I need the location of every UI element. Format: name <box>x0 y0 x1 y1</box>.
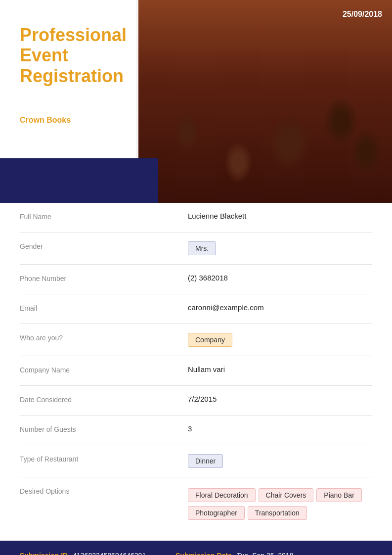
field-label: Desired Options <box>20 486 188 495</box>
form-row: Full NameLucienne Blackett <box>20 203 372 232</box>
form-row: Number of Guests3 <box>20 416 372 445</box>
header-date: 25/09/2018 <box>343 10 382 19</box>
submission-date-value: Tue, Sep 25, 2018 <box>237 552 294 555</box>
desired-options-wrap: Floral DecorationChair CoversPiano BarPh… <box>188 486 372 522</box>
company-name: Crown Books <box>20 116 126 125</box>
field-label: Date Considered <box>20 395 188 404</box>
field-value: 3 <box>188 424 372 433</box>
field-label: Email <box>20 303 188 312</box>
field-badge: Mrs. <box>188 241 216 255</box>
desired-option-tag: Photographer <box>188 506 245 520</box>
form-content: Full NameLucienne BlackettGenderMrs.Phon… <box>0 203 392 531</box>
field-value: Mrs. <box>188 241 372 255</box>
field-badge: Dinner <box>188 454 223 468</box>
form-row: Emailcaronni@example.com <box>20 294 372 324</box>
submission-id-label: Submission ID <box>20 552 68 555</box>
submission-date-section: Submission Date Tue, Sep 25, 2018 <box>175 552 293 555</box>
field-value: Company <box>188 333 372 347</box>
desired-option-tag: Transportation <box>248 506 307 520</box>
header-blue-block <box>0 158 158 203</box>
submission-id-section: Submission ID 4136832458504646391 <box>20 552 146 555</box>
field-label: Phone Number <box>20 274 188 282</box>
field-label: Type of Restaurant <box>20 454 188 463</box>
header-background-image <box>136 0 392 203</box>
field-value: Lucienne Blackett <box>188 212 372 220</box>
form-row: Who are you?Company <box>20 324 372 356</box>
field-label: Number of Guests <box>20 424 188 433</box>
field-value: Nullam vari <box>188 365 372 373</box>
desired-option-tag: Floral Decoration <box>188 488 256 502</box>
field-label: Company Name <box>20 365 188 374</box>
page-title: Professional Event Registration <box>20 25 126 86</box>
form-row: Desired OptionsFloral DecorationChair Co… <box>20 477 372 531</box>
field-badge: Company <box>188 333 232 347</box>
submission-date-label: Submission Date <box>175 552 232 555</box>
header: Professional Event Registration Crown Bo… <box>0 0 392 203</box>
desired-option-tag: Piano Bar <box>316 488 361 502</box>
form-row: Company NameNullam vari <box>20 356 372 386</box>
field-value: Dinner <box>188 454 372 468</box>
field-label: Gender <box>20 241 188 250</box>
form-row: Phone Number(2) 3682018 <box>20 265 372 294</box>
field-value: 7/2/2015 <box>188 395 372 403</box>
field-value: Floral DecorationChair CoversPiano BarPh… <box>188 486 372 522</box>
desired-option-tag: Chair Covers <box>259 488 314 502</box>
field-label: Who are you? <box>20 333 188 342</box>
form-row: GenderMrs. <box>20 232 372 265</box>
field-label: Full Name <box>20 212 188 221</box>
form-row: Date Considered7/2/2015 <box>20 386 372 416</box>
footer: Submission ID 4136832458504646391 Submis… <box>0 541 392 555</box>
submission-id-value: 4136832458504646391 <box>73 552 146 555</box>
field-value: caronni@example.com <box>188 303 372 312</box>
field-value: (2) 3682018 <box>188 274 372 282</box>
form-row: Type of RestaurantDinner <box>20 445 372 477</box>
